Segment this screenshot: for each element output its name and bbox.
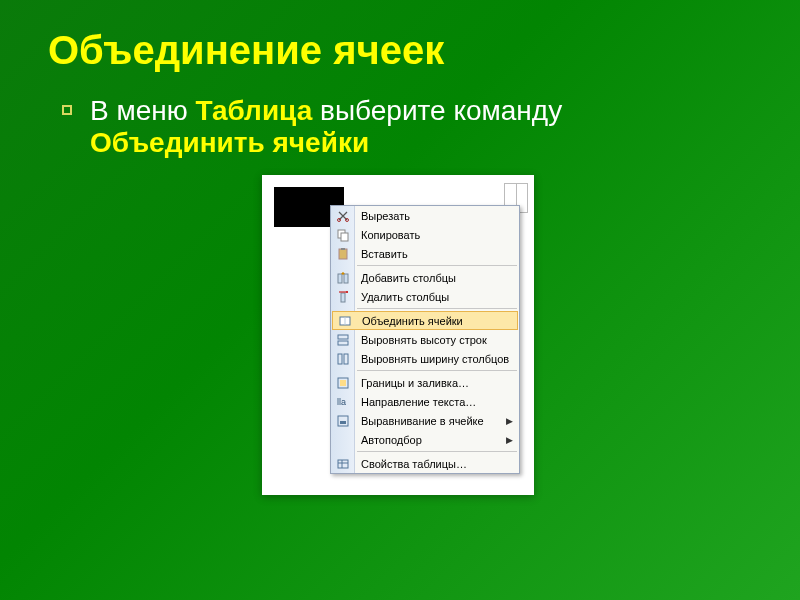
menu-item-borders[interactable]: Границы и заливка… [331,373,519,392]
menu-separator [357,308,517,309]
row-height-icon [335,332,351,348]
copy-icon [335,227,351,243]
svg-text:lla: lla [337,397,346,407]
menu-item-col-width[interactable]: Выровнять ширину столбцов [331,349,519,368]
svg-rect-19 [340,421,346,424]
instruction-text: В меню Таблица выберите команду Объедини… [0,73,800,159]
menu-item-table-props[interactable]: Свойства таблицы… [331,454,519,473]
menu-item-paste[interactable]: Вставить [331,244,519,263]
merge-cells-icon [337,313,353,329]
submenu-arrow-icon: ▶ [506,416,513,426]
delete-cols-icon [335,289,351,305]
menu-separator [357,265,517,266]
text-dir-icon: lla [335,394,351,410]
svg-rect-8 [341,293,345,302]
paste-icon [335,246,351,262]
menu-item-autofit[interactable]: Автоподбор ▶ [331,430,519,449]
command-highlight: Объединить ячейки [90,127,369,158]
menu-label: Выравнивание в ячейке [361,415,484,427]
svg-rect-6 [338,274,342,283]
svg-rect-16 [340,380,346,386]
menu-item-text-dir[interactable]: lla Направление текста… [331,392,519,411]
cut-icon [335,208,351,224]
menu-name-highlight: Таблица [196,95,313,126]
menu-label: Границы и заливка… [361,377,469,389]
menu-label: Вырезать [361,210,410,222]
menu-item-merge-cells[interactable]: Объединить ячейки [332,311,518,330]
menu-label: Вставить [361,248,408,260]
menu-label: Автоподбор [361,434,422,446]
menu-label: Копировать [361,229,420,241]
menu-separator [357,451,517,452]
menu-item-row-height[interactable]: Выровнять высоту строк [331,330,519,349]
menu-label: Объединить ячейки [362,315,463,327]
submenu-arrow-icon: ▶ [506,435,513,445]
blank-icon [335,432,351,448]
svg-rect-11 [338,335,348,339]
text-prefix: В меню [90,95,196,126]
menu-label: Добавить столбцы [361,272,456,284]
align-cell-icon [335,413,351,429]
bullet-icon [62,105,72,115]
menu-label: Свойства таблицы… [361,458,467,470]
menu-item-cell-align[interactable]: Выравнивание в ячейке ▶ [331,411,519,430]
menu-label: Удалить столбцы [361,291,449,303]
text-middle: выберите команду [312,95,562,126]
menu-item-delete-cols[interactable]: Удалить столбцы [331,287,519,306]
menu-separator [357,370,517,371]
menu-label: Выровнять ширину столбцов [361,353,509,365]
svg-rect-12 [338,341,348,345]
menu-label: Направление текста… [361,396,476,408]
menu-item-copy[interactable]: Копировать [331,225,519,244]
menu-label: Выровнять высоту строк [361,334,487,346]
insert-cols-icon [335,270,351,286]
screenshot-frame: Вырезать Копировать Вставить Добавить ст… [262,175,534,495]
svg-rect-3 [341,233,348,241]
slide-title: Объединение ячеек [0,0,800,73]
svg-rect-7 [344,274,348,283]
svg-rect-14 [344,354,348,364]
svg-rect-4 [339,249,347,259]
col-width-icon [335,351,351,367]
menu-item-insert-cols[interactable]: Добавить столбцы [331,268,519,287]
table-props-icon [335,456,351,472]
svg-rect-13 [338,354,342,364]
context-menu: Вырезать Копировать Вставить Добавить ст… [330,205,520,474]
svg-rect-5 [341,248,345,250]
svg-rect-20 [338,460,348,468]
borders-icon [335,375,351,391]
menu-item-cut[interactable]: Вырезать [331,206,519,225]
